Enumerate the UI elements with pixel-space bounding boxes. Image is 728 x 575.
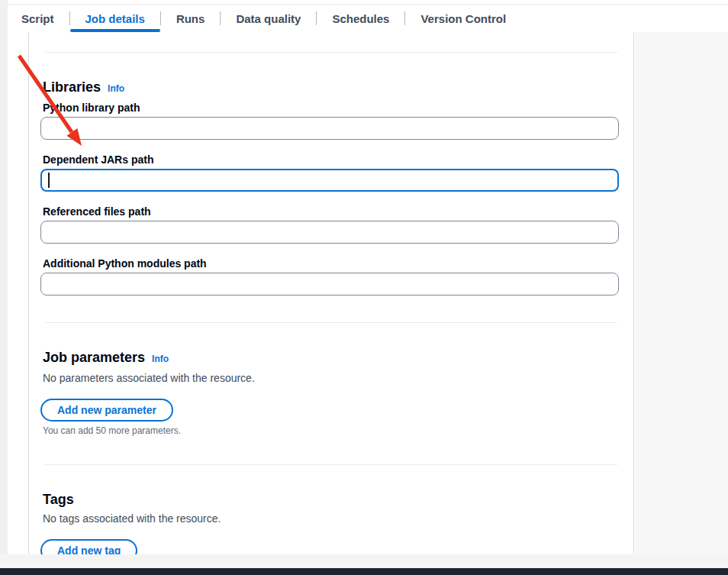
tags-heading-text: Tags [43, 491, 74, 508]
add-new-parameter-button[interactable]: Add new parameter [40, 399, 173, 422]
libraries-info-link[interactable]: Info [108, 80, 124, 97]
additional-python-modules-path-label: Additional Python modules path [40, 257, 617, 270]
tab-runs[interactable]: Runs [161, 5, 221, 32]
tags-empty-text: No tags associated with the resource. [43, 512, 617, 525]
page-background-left-strip [0, 0, 8, 575]
job-parameters-info-link[interactable]: Info [152, 350, 169, 367]
additional-python-modules-path-input[interactable] [40, 273, 619, 296]
referenced-files-path-input[interactable] [40, 221, 619, 244]
job-parameters-section: Job parameters Info No parameters associ… [40, 349, 617, 436]
dependent-jars-path-input[interactable] [40, 169, 619, 192]
python-library-path-input[interactable] [40, 117, 619, 140]
text-cursor [48, 173, 50, 188]
libraries-section: Libraries Info Python library path Depen… [40, 79, 617, 296]
job-details-panel: Libraries Info Python library path Depen… [28, 32, 634, 554]
dependent-jars-path-label: Dependent JARs path [40, 153, 617, 166]
window-top-edge [6, 4, 728, 5]
section-divider [45, 52, 617, 53]
tags-heading: Tags [40, 491, 617, 508]
tab-job-details[interactable]: Job details [70, 5, 160, 32]
page-background-right [635, 32, 728, 575]
libraries-heading: Libraries Info [40, 79, 617, 97]
tab-schedules[interactable]: Schedules [317, 5, 404, 32]
referenced-files-path-label: Referenced files path [40, 205, 617, 218]
job-parameters-heading: Job parameters Info [40, 349, 617, 367]
tags-section: Tags No tags associated with the resourc… [40, 491, 617, 562]
section-divider [45, 464, 617, 465]
section-divider [45, 322, 617, 323]
window-bottom-edge [0, 568, 728, 575]
dependent-jars-path-wrap [40, 169, 619, 192]
tab-data-quality[interactable]: Data quality [221, 5, 316, 32]
libraries-heading-text: Libraries [43, 79, 101, 95]
tab-script[interactable]: Script [6, 5, 69, 32]
job-parameters-empty-text: No parameters associated with the resour… [43, 372, 617, 384]
job-parameters-heading-text: Job parameters [43, 349, 145, 366]
job-parameters-hint-text: You can add 50 more parameters. [43, 425, 617, 436]
additional-python-modules-path-wrap [40, 273, 619, 296]
python-library-path-label: Python library path [40, 102, 617, 114]
python-library-path-wrap [40, 117, 619, 140]
referenced-files-path-wrap [40, 221, 619, 244]
tab-bar: Script Job details Runs Data quality Sch… [0, 0, 728, 32]
tab-version-control[interactable]: Version Control [405, 5, 521, 32]
